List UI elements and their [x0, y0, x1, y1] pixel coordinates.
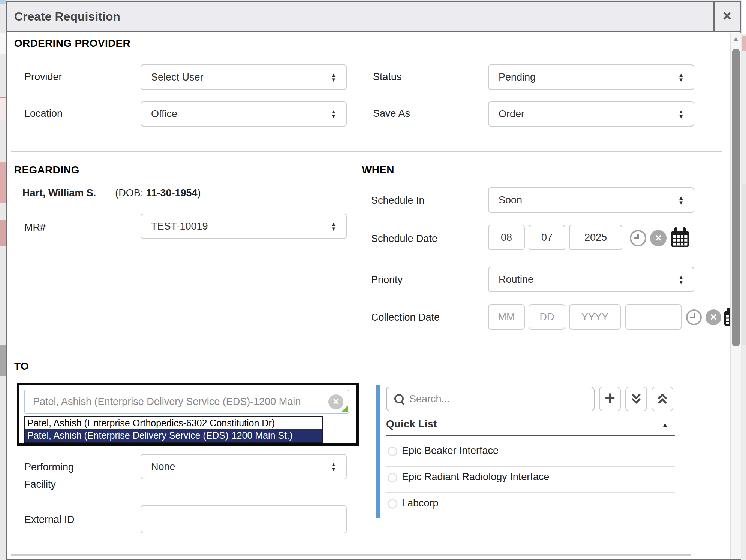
select-arrows-icon: ▲▼ — [331, 221, 336, 231]
patient-dob-suffix: ) — [197, 187, 201, 199]
background-page-left-strip — [0, 0, 6, 560]
schedule-date-label: Schedule Date — [371, 233, 437, 245]
modal-titlebar: Create Requisition × — [6, 1, 741, 32]
performing-facility-select[interactable]: None ▲▼ — [141, 454, 347, 479]
double-chevron-up-icon — [656, 392, 669, 406]
select-arrows-icon: ▲▼ — [331, 462, 336, 472]
mr-select-value: TEST-10019 — [151, 221, 327, 232]
quick-list-item[interactable]: Epic Beaker Interface — [402, 445, 499, 457]
recipient-option[interactable]: Patel, Ashish (Enterprise Orthopedics-63… — [25, 417, 322, 429]
background-page-fragment — [742, 0, 746, 34]
recipient-autocomplete-input[interactable]: Patel, Ashish (Enterprise Delivery Servi… — [24, 390, 349, 414]
schedule-in-label: Schedule In — [371, 195, 425, 206]
background-page-fragment — [742, 184, 746, 345]
select-arrows-icon: ▲▼ — [331, 109, 336, 119]
select-arrows-icon: ▲▼ — [331, 72, 336, 82]
provider-select[interactable]: Select User ▲▼ — [141, 64, 347, 90]
external-id-input[interactable] — [141, 505, 347, 533]
priority-select[interactable]: Routine ▲▼ — [488, 267, 694, 292]
status-select[interactable]: Pending ▲▼ — [488, 64, 694, 90]
collection-date-time-input[interactable] — [625, 304, 682, 330]
section-when: WHEN — [362, 164, 394, 176]
quick-list-radio[interactable] — [388, 499, 397, 509]
location-select-value: Office — [151, 108, 327, 120]
collection-date-clear-icon[interactable]: × — [706, 309, 721, 325]
list-divider — [386, 518, 675, 518]
schedule-date-calendar-icon[interactable] — [670, 227, 690, 248]
recipient-input-value: Patel, Ashish (Enterprise Delivery Servi… — [33, 396, 329, 408]
directory-search-input[interactable]: Search... — [386, 387, 595, 411]
status-label: Status — [373, 71, 402, 83]
section-ordering-provider: ORDERING PROVIDER — [14, 37, 130, 49]
background-page-fragment — [0, 345, 6, 376]
close-button[interactable]: × — [713, 2, 740, 31]
section-to: TO — [14, 360, 29, 372]
schedule-date-clear-icon[interactable]: × — [650, 230, 667, 246]
background-page-fragment — [742, 36, 746, 51]
modal-title: Create Requisition — [14, 2, 120, 31]
close-icon: × — [723, 7, 731, 24]
scrollbar-thumb[interactable] — [732, 49, 740, 346]
location-select[interactable]: Office ▲▼ — [141, 101, 347, 127]
list-divider — [386, 492, 675, 493]
external-id-label: External ID — [24, 514, 75, 526]
collection-date-day-input[interactable] — [529, 304, 565, 330]
collection-date-time-icon[interactable] — [686, 309, 702, 325]
priority-value: Routine — [499, 274, 674, 285]
collection-date-month-input[interactable] — [488, 304, 525, 330]
select-arrows-icon: ▲▼ — [678, 275, 684, 284]
schedule-date-month-input[interactable] — [488, 225, 525, 250]
select-arrows-icon: ▲▼ — [678, 72, 684, 82]
panel-accent-bar — [376, 385, 380, 518]
list-divider — [386, 466, 675, 467]
recipient-suggestion-list: Patel, Ashish (Enterprise Orthopedics-63… — [24, 416, 323, 443]
quick-list-collapse-icon[interactable]: ▲ — [662, 421, 668, 429]
section-divider — [11, 151, 722, 152]
double-chevron-down-icon — [629, 392, 643, 406]
performing-facility-label-line2: Facility — [24, 479, 56, 490]
quick-list-item[interactable]: Epic Radiant Radiology Interface — [402, 471, 549, 483]
patient-summary: Hart, William S. (DOB: 11-30-1954) — [22, 187, 201, 199]
quick-list-header: Quick List — [386, 418, 437, 430]
provider-select-value: Select User — [151, 72, 327, 83]
quick-list-radio[interactable] — [388, 447, 397, 456]
schedule-date-time-icon[interactable] — [630, 230, 646, 246]
recipient-clear-icon[interactable]: × — [328, 394, 343, 409]
quick-list-item[interactable]: Labcorp — [402, 497, 439, 509]
add-recipient-button[interactable]: + — [599, 387, 621, 411]
schedule-date-day-input[interactable] — [529, 225, 565, 250]
provider-label: Provider — [24, 71, 62, 83]
patient-dob-prefix: (DOB: — [115, 187, 146, 199]
scrollbar-up-arrow-icon[interactable]: ▲ — [731, 34, 741, 43]
status-select-value: Pending — [499, 72, 674, 83]
priority-label: Priority — [371, 274, 403, 286]
select-arrows-icon: ▲▼ — [678, 195, 684, 205]
search-placeholder: Search... — [409, 393, 450, 405]
mr-label: MR# — [24, 222, 46, 233]
quick-list-divider — [386, 435, 675, 436]
collection-date-year-input[interactable] — [569, 304, 621, 330]
resize-handle-icon[interactable] — [342, 406, 348, 412]
bottom-divider — [11, 554, 691, 556]
search-icon — [394, 394, 404, 404]
plus-icon: + — [605, 389, 615, 407]
expand-all-button[interactable] — [625, 387, 647, 411]
schedule-date-year-input[interactable] — [569, 225, 622, 250]
select-arrows-icon: ▲▼ — [678, 109, 684, 119]
save-as-select-value: Order — [499, 108, 674, 120]
background-page-fragment — [0, 220, 6, 246]
mr-select[interactable]: TEST-10019 ▲▼ — [141, 214, 347, 239]
background-page-fragment — [0, 97, 6, 120]
background-page-fragment — [0, 162, 6, 203]
section-regarding: REGARDING — [14, 164, 79, 176]
recipient-option-highlighted[interactable]: Patel, Ashish (Enterprise Delivery Servi… — [25, 429, 322, 442]
save-as-select[interactable]: Order ▲▼ — [488, 101, 694, 127]
schedule-in-value: Soon — [499, 194, 674, 206]
schedule-in-select[interactable]: Soon ▲▼ — [488, 187, 694, 213]
performing-facility-value: None — [151, 461, 327, 473]
vertical-scrollbar[interactable]: ▲ — [730, 33, 741, 559]
quick-list-radio[interactable] — [388, 473, 397, 482]
recipient-highlight-box: Patel, Ashish (Enterprise Delivery Servi… — [17, 383, 359, 446]
patient-dob: 11-30-1954 — [146, 187, 198, 199]
collapse-all-button[interactable] — [652, 387, 673, 411]
